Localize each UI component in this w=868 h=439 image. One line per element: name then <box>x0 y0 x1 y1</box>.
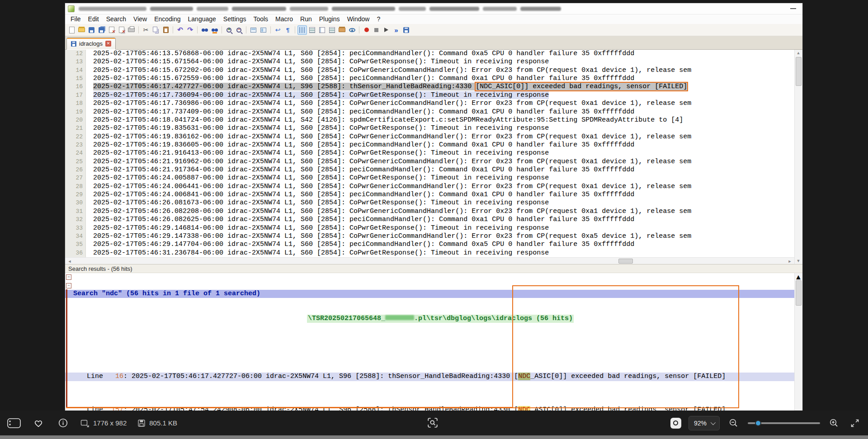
panel-vertical-scrollbar[interactable]: ▲ ▼ <box>794 273 802 411</box>
menu-search[interactable]: Search <box>103 14 130 24</box>
zoom-out-icon[interactable] <box>235 26 243 34</box>
copy-icon[interactable] <box>151 26 160 34</box>
editor-line[interactable]: 16 2025-02-17T05:46:17.427727-06:00 idra… <box>65 83 794 91</box>
editor-area[interactable]: 12 2025-02-17T05:46:13.576868-06:00 idra… <box>65 50 794 257</box>
menu-encoding[interactable]: Encoding <box>151 14 184 24</box>
save-all-icon[interactable] <box>97 26 106 34</box>
editor-line[interactable]: 34 2025-02-17T05:46:29.147338-06:00 idra… <box>65 232 794 241</box>
macro-stop-icon[interactable] <box>372 26 381 34</box>
editor-line[interactable]: 26 2025-02-17T05:46:21.917364-06:00 idra… <box>65 166 794 174</box>
menu-macro[interactable]: Macro <box>272 14 297 24</box>
fold-collapse-icon[interactable]: − <box>66 274 71 280</box>
open-file-icon[interactable] <box>77 26 86 34</box>
editor-horizontal-scrollbar[interactable]: ◄ ► <box>65 257 794 264</box>
editor-line[interactable]: 14 2025-02-17T05:46:15.672202-06:00 idra… <box>65 66 794 75</box>
editor-line[interactable]: 13 2025-02-17T05:46:15.671564-06:00 idra… <box>65 58 794 66</box>
panel-vscroll-thumb[interactable] <box>796 280 802 306</box>
menu-file[interactable]: File <box>67 14 85 24</box>
macro-play-icon[interactable] <box>382 26 391 34</box>
editor-hscroll-thumb[interactable] <box>618 259 633 264</box>
close-all-icon[interactable] <box>117 26 126 34</box>
scroll-up-icon[interactable]: ▲ <box>795 273 802 281</box>
scroll-down-icon[interactable]: ▼ <box>795 259 802 263</box>
editor-line[interactable]: 36 2025-02-17T05:46:31.236784-06:00 idra… <box>65 249 794 257</box>
menu-plugins[interactable]: Plugins <box>316 14 344 24</box>
menu-view[interactable]: View <box>130 14 151 24</box>
zoom-in-icon[interactable] <box>225 26 233 34</box>
menu-language[interactable]: Language <box>184 14 220 24</box>
doc-list-icon[interactable] <box>328 26 336 34</box>
filmstrip-toggle-button[interactable] <box>7 416 21 430</box>
separator-icon[interactable] <box>173 26 173 33</box>
fold-collapse-icon[interactable]: − <box>66 283 71 288</box>
editor-line[interactable]: 24 2025-02-17T05:46:21.916413-06:00 idra… <box>65 149 794 157</box>
minimize-button-icon[interactable] <box>790 8 796 9</box>
indent-guide-icon[interactable] <box>298 26 307 34</box>
search-results-header[interactable]: Search "ndc" (56 hits in 1 file of 1 sea… <box>65 290 794 298</box>
editor-line[interactable]: 28 2025-02-17T05:46:24.006441-06:00 idra… <box>65 183 794 191</box>
zoom-level-dropdown[interactable]: 92% <box>689 416 720 430</box>
zoom-slider[interactable] <box>748 422 820 424</box>
menu-tools[interactable]: Tools <box>250 14 272 24</box>
scroll-left-icon[interactable]: ◄ <box>66 259 73 264</box>
editor-line[interactable]: 29 2025-02-17T05:46:24.006841-06:00 idra… <box>65 191 794 199</box>
editor-line[interactable]: 19 2025-02-17T05:46:17.737409-06:00 idra… <box>65 108 794 116</box>
visual-search-button[interactable] <box>426 416 439 430</box>
search-hit-row[interactable]: Line 157: 2025-02-17T05:47:54.242908-06:… <box>65 406 794 411</box>
editor-line[interactable]: 30 2025-02-17T05:46:26.081673-06:00 idra… <box>65 199 794 207</box>
scroll-right-icon[interactable]: ► <box>786 259 793 264</box>
fullscreen-button[interactable] <box>848 416 862 430</box>
editor-vertical-scrollbar[interactable]: ▲ ▼ <box>794 50 802 264</box>
folder-workspace-icon[interactable] <box>338 26 346 34</box>
editor-line[interactable]: 20 2025-02-17T05:46:18.041724-06:00 idra… <box>65 116 794 124</box>
close-icon[interactable] <box>107 26 116 34</box>
macro-run-multiple-icon[interactable]: » <box>392 26 401 34</box>
favorite-button[interactable] <box>32 416 45 430</box>
editor-line[interactable]: 23 2025-02-17T05:46:19.836605-06:00 idra… <box>65 141 794 149</box>
editor-line[interactable]: 22 2025-02-17T05:46:19.836162-06:00 idra… <box>65 133 794 141</box>
image-edit-button[interactable] <box>670 418 681 429</box>
search-hit-row[interactable]: Line 16: 2025-02-17T05:46:17.427727-06:0… <box>65 373 794 381</box>
zoom-in-button[interactable] <box>827 416 841 430</box>
tab-close-icon[interactable] <box>105 41 111 47</box>
separator-icon[interactable] <box>246 26 246 33</box>
menu-edit[interactable]: Edit <box>85 14 103 24</box>
editor-line[interactable]: 31 2025-02-17T05:46:26.082208-06:00 idra… <box>65 208 794 216</box>
redo-icon[interactable]: ↷ <box>186 26 194 34</box>
replace-icon[interactable] <box>210 26 219 34</box>
separator-icon[interactable] <box>295 26 295 33</box>
separator-icon[interactable] <box>197 26 198 33</box>
paste-icon[interactable] <box>161 26 170 34</box>
separator-icon[interactable] <box>359 26 359 33</box>
scroll-up-icon[interactable]: ▲ <box>795 51 802 55</box>
editor-line[interactable]: 32 2025-02-17T05:46:26.082625-06:00 idra… <box>65 216 794 224</box>
print-icon[interactable] <box>127 26 136 34</box>
zoom-slider-thumb[interactable] <box>755 420 761 426</box>
info-button[interactable] <box>56 416 70 430</box>
editor-vscroll-thumb[interactable] <box>796 57 802 86</box>
macro-record-icon[interactable] <box>362 26 371 34</box>
monitoring-icon[interactable] <box>348 26 356 34</box>
editor-line[interactable]: 35 2025-02-17T05:46:29.147704-06:00 idra… <box>65 241 794 249</box>
sync-v-scroll-icon[interactable] <box>249 26 258 34</box>
new-file-icon[interactable] <box>67 26 76 34</box>
separator-icon[interactable] <box>270 26 271 33</box>
editor-line[interactable]: 18 2025-02-17T05:46:17.736986-06:00 idra… <box>65 99 794 108</box>
search-results-file-row[interactable]: \TSR20250217065648_.pl\tsr\dbglog\logs\i… <box>65 315 794 323</box>
undo-icon[interactable]: ↶ <box>176 26 184 34</box>
editor-line[interactable]: 27 2025-02-17T05:46:24.005887-06:00 idra… <box>65 174 794 182</box>
menu-settings[interactable]: Settings <box>220 14 250 24</box>
doc-map-icon[interactable] <box>318 26 326 34</box>
save-icon[interactable] <box>87 26 96 34</box>
menu-run[interactable]: Run <box>297 14 316 24</box>
macro-save-icon[interactable] <box>402 26 410 34</box>
function-list-icon[interactable] <box>308 26 316 34</box>
menu-[interactable]: ? <box>373 14 384 24</box>
tab-idraclogs[interactable]: idraclogs <box>66 38 116 50</box>
separator-icon[interactable] <box>138 26 139 33</box>
find-icon[interactable] <box>200 26 209 34</box>
editor-line[interactable]: 17 2025-02-17T05:46:17.736094-06:00 idra… <box>65 91 794 99</box>
word-wrap-icon[interactable]: ↩ <box>274 26 282 34</box>
editor-line[interactable]: 25 2025-02-17T05:46:21.916962-06:00 idra… <box>65 158 794 166</box>
editor-line[interactable]: 33 2025-02-17T05:46:29.146814-06:00 idra… <box>65 224 794 232</box>
